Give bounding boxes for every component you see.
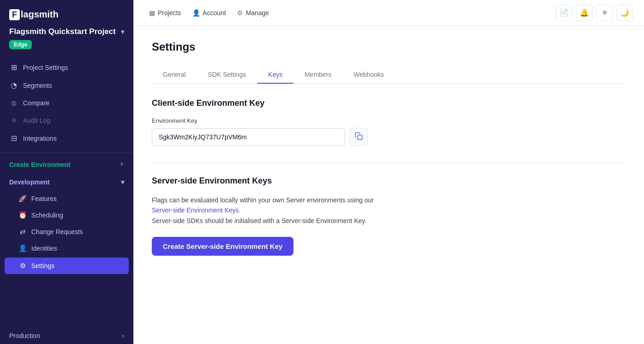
projects-icon: ▦ (149, 9, 155, 17)
svg-rect-0 (358, 135, 362, 140)
dark-mode-button[interactable]: 🌙 (616, 5, 633, 21)
sidebar-item-compare[interactable]: ⦶ Compare (0, 94, 133, 112)
sidebar: Flagsmith Flagsmith Quickstart Project ▾… (0, 0, 133, 344)
features-icon: 🚀 (18, 195, 27, 203)
development-chevron-icon: ▾ (121, 178, 124, 186)
plus-icon: + (119, 160, 124, 169)
key-input-row (152, 128, 626, 146)
tab-keys[interactable]: Keys (257, 66, 293, 84)
logo-f-letter: F (9, 9, 20, 20)
notifications-button[interactable]: 🔔 (576, 5, 592, 21)
docs-button[interactable]: 📄 (556, 5, 572, 21)
create-server-key-button[interactable]: Create Server-side Environment Key (152, 237, 293, 256)
identities-icon: 👤 (18, 244, 27, 252)
topnav-right: 📄 🔔 ✳ 🌙 (556, 5, 633, 21)
light-mode-button[interactable]: ✳ (596, 5, 613, 21)
project-section: Flagsmith Quickstart Project ▾ Edge (0, 27, 133, 55)
sun-icon: ✳ (602, 8, 608, 17)
sidebar-item-segments[interactable]: ◔ Segments (0, 76, 133, 94)
page-content: Settings General SDK Settings Keys Membe… (133, 26, 644, 344)
tab-general[interactable]: General (152, 66, 197, 84)
sidebar-item-scheduling[interactable]: ⏰ Scheduling (0, 207, 133, 224)
tab-webhooks[interactable]: Webhooks (343, 66, 395, 84)
nav-manage[interactable]: ⚙ Manage (232, 6, 274, 19)
sidebar-item-features[interactable]: 🚀 Features (0, 190, 133, 207)
client-side-title: Client-side Environment Key (152, 98, 626, 108)
project-chevron-icon: ▾ (121, 28, 124, 35)
nav-projects[interactable]: ▦ Projects (144, 6, 186, 19)
page-title: Settings (152, 40, 626, 53)
sidebar-item-settings[interactable]: ⚙ Settings (5, 258, 129, 274)
development-env-header[interactable]: Development ▾ (0, 174, 133, 190)
development-env-group: Development ▾ 🚀 Features ⏰ Scheduling ⇄ … (0, 174, 133, 275)
compare-icon: ⦶ (9, 99, 18, 107)
sidebar-item-project-settings[interactable]: ⊞ Project Settings (0, 58, 133, 76)
docs-icon: 📄 (559, 8, 569, 17)
settings-icon: ⚙ (18, 262, 27, 270)
logo-text: Flagsmith (9, 9, 58, 20)
sidebar-item-change-requests[interactable]: ⇄ Change Requests (0, 224, 133, 240)
sidebar-item-audit-log[interactable]: ≡ Audit Log (0, 112, 133, 129)
production-chevron-icon: › (122, 332, 124, 339)
manage-icon: ⚙ (237, 9, 243, 17)
sidebar-item-identities[interactable]: 👤 Identities (0, 240, 133, 257)
moon-icon: 🌙 (620, 8, 629, 17)
main-content: ▦ Projects 👤 Account ⚙ Manage 📄 🔔 ✳ (133, 0, 644, 344)
tab-sdk-settings[interactable]: SDK Settings (197, 66, 257, 84)
server-side-title: Server-side Environment Keys (152, 176, 626, 186)
sidebar-divider (0, 153, 133, 153)
tab-members[interactable]: Members (293, 66, 342, 84)
nav-account[interactable]: 👤 Account (188, 6, 231, 19)
environment-key-label: Environment Key (152, 117, 626, 124)
server-side-link[interactable]: Server-side Environment Keys. (152, 206, 241, 214)
sidebar-nav: ⊞ Project Settings ◔ Segments ⦶ Compare … (0, 55, 133, 151)
bell-icon: 🔔 (580, 8, 589, 17)
section-divider (152, 163, 626, 163)
project-name[interactable]: Flagsmith Quickstart Project ▾ (9, 27, 124, 36)
change-requests-icon: ⇄ (18, 228, 27, 236)
audit-log-icon: ≡ (9, 116, 18, 125)
topnav: ▦ Projects 👤 Account ⚙ Manage 📄 🔔 ✳ (133, 0, 644, 26)
logo-area[interactable]: Flagsmith (0, 0, 133, 27)
sidebar-item-integrations[interactable]: ⊟ Integrations (0, 129, 133, 147)
topnav-left: ▦ Projects 👤 Account ⚙ Manage (144, 6, 274, 19)
scheduling-icon: ⏰ (18, 211, 27, 219)
server-side-description: Flags can be evaluated locally within yo… (152, 195, 626, 226)
environment-key-input[interactable] (152, 128, 345, 146)
integrations-icon: ⊟ (9, 134, 18, 143)
production-env-row[interactable]: Production › (0, 327, 133, 344)
project-settings-icon: ⊞ (9, 63, 18, 72)
account-icon: 👤 (192, 9, 200, 17)
copy-icon (355, 132, 363, 142)
settings-tabs: General SDK Settings Keys Members Webhoo… (152, 66, 626, 84)
create-environment-row[interactable]: Create Environment + (0, 155, 133, 174)
copy-key-button[interactable] (350, 128, 368, 146)
edge-badge: Edge (9, 40, 32, 49)
segments-icon: ◔ (9, 81, 18, 90)
